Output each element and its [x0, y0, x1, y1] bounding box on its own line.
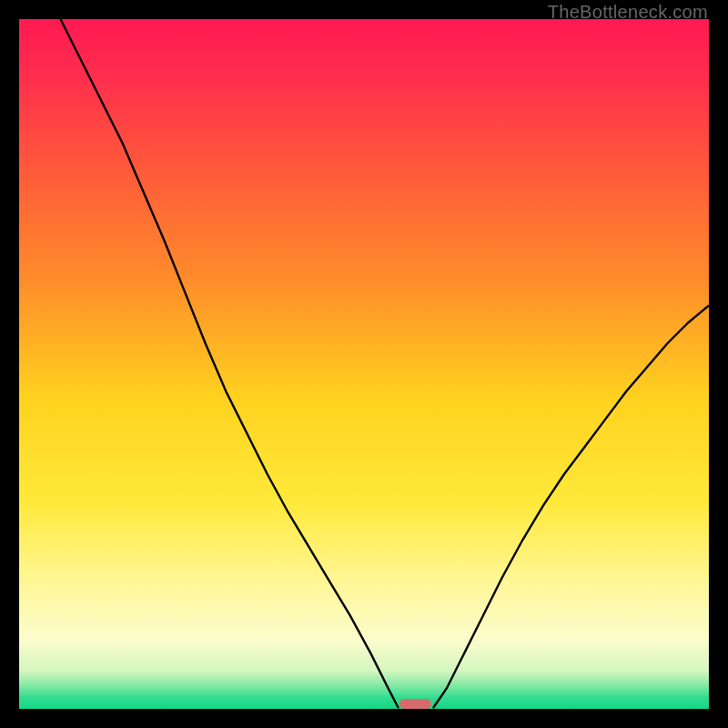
chart-frame: TheBottleneck.com — [0, 0, 728, 728]
bottleneck-curve — [19, 19, 709, 709]
plot-area — [19, 19, 709, 709]
optimal-marker — [399, 699, 431, 709]
